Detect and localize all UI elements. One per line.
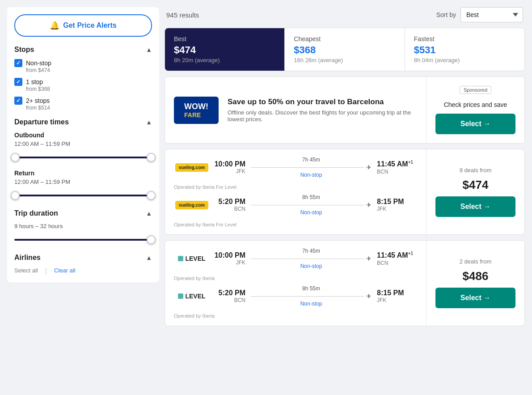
- departure-title: Departure times: [14, 118, 69, 126]
- sponsored-cta-label: Check prices and save: [444, 101, 507, 108]
- sponsored-info: Save up to 50% on your travel to Barcelo…: [228, 98, 417, 123]
- flight-route-4: 8h 55m ✈ Non-stop: [245, 285, 377, 307]
- airlines-section-header: Airlines ▲: [14, 254, 152, 262]
- twostop-price: from $514: [26, 105, 152, 111]
- dep-time-1: 10:00 PM JFK: [210, 160, 245, 174]
- flight-price-col-1: 9 deals from $474 Select →: [426, 149, 524, 234]
- sort-by-label: Sort by: [436, 11, 456, 18]
- tab-fastest-duration: 8h 04m (average): [414, 57, 515, 64]
- sponsored-select-button[interactable]: Select →: [435, 114, 515, 134]
- results-header: 945 results Sort by Best Cheapest Fastes…: [165, 7, 525, 22]
- onestop-price: from $368: [26, 86, 152, 92]
- return-range: 12:00 AM – 11:59 PM: [14, 178, 152, 185]
- operated-by-1: Operated by Iberia For Level: [174, 184, 417, 190]
- stops-title: Stops: [14, 46, 34, 54]
- trip-duration-chevron-icon[interactable]: ▲: [146, 210, 152, 217]
- trip-duration-title: Trip duration: [14, 209, 58, 217]
- sort-select[interactable]: Best Cheapest Fastest: [460, 7, 523, 22]
- onestop-checkbox[interactable]: ✓: [14, 78, 22, 86]
- stops-chevron-icon[interactable]: ▲: [146, 46, 152, 53]
- results-count: 945 results: [166, 11, 199, 19]
- airlines-chevron-icon[interactable]: ▲: [146, 254, 152, 261]
- arr-time-1: 11:45 AM+1 BCN: [377, 160, 417, 174]
- dep-time-2: 5:20 PM BCN: [210, 198, 245, 212]
- flight-leg: vueling.com 10:00 PM JFK 7h 45m ✈: [174, 157, 417, 178]
- operated-by-3: Operated by Iberia: [174, 276, 417, 281]
- outbound-range: 12:00 AM – 11:59 PM: [14, 140, 152, 147]
- sponsored-select-label: Select →: [460, 120, 491, 128]
- trip-duration-range: 9 hours – 32 hours: [14, 223, 152, 229]
- level-logo-2: LEVEL: [174, 293, 210, 300]
- level-logo-1: LEVEL: [174, 255, 210, 262]
- flight-leg: LEVEL 10:00 PM JFK 7h 45m ✈: [174, 248, 417, 269]
- arr-time-4: 8:15 PM JFK: [377, 289, 417, 303]
- sponsored-card: WOW! FARE Save up to 50% on your travel …: [165, 76, 525, 144]
- stop-items-list: ✓ Non-stop from $474 ✓ 1 stop from $368 …: [14, 59, 152, 111]
- wow-logo: WOW! FARE: [174, 97, 219, 124]
- price-2: $486: [463, 269, 489, 283]
- tab-fastest-price: $531: [414, 44, 515, 56]
- flight-tabs: Best $474 8h 20m (average) Cheapest $368…: [165, 28, 525, 71]
- list-item: ✓ 2+ stops from $514: [14, 97, 152, 111]
- operated-by-4: Operated by Iberia: [174, 313, 417, 319]
- tab-cheapest[interactable]: Cheapest $368 16h 28m (average): [285, 28, 404, 71]
- twostop-checkbox[interactable]: ✓: [14, 97, 22, 105]
- tab-best-price: $474: [174, 44, 275, 56]
- sort-container: Sort by Best Cheapest Fastest: [436, 7, 523, 22]
- return-label: Return: [14, 170, 152, 177]
- flight-route-2: 8h 55m ✈ Non-stop: [245, 194, 377, 216]
- departure-section-header: Departure times ▲: [14, 118, 152, 126]
- tab-cheapest-price: $368: [294, 44, 395, 56]
- onestop-label: 1 stop: [26, 78, 43, 85]
- flight-leg: vueling.com 5:20 PM BCN 8h 55m ✈: [174, 194, 417, 216]
- flight-route-3: 7h 45m ✈ Non-stop: [245, 248, 377, 269]
- sponsored-title: Save up to 50% on your travel to Barcelo…: [228, 98, 417, 106]
- tab-fastest[interactable]: Fastest $531 8h 04m (average): [405, 28, 524, 71]
- dep-time-4: 5:20 PM BCN: [210, 289, 245, 303]
- twostop-label: 2+ stops: [26, 97, 50, 104]
- list-item: ✓ Non-stop from $474: [14, 59, 152, 73]
- select-button-1[interactable]: Select →: [435, 196, 515, 217]
- tab-cheapest-duration: 16h 28m (average): [294, 57, 395, 64]
- vueling-logo-2: vueling.com: [174, 201, 210, 209]
- sponsored-badge: Sponsored: [460, 86, 491, 94]
- wow-fare: FARE: [184, 111, 208, 119]
- deals-text-2: 2 deals from: [460, 258, 492, 265]
- select-all-link[interactable]: Select all: [14, 267, 38, 275]
- tab-best[interactable]: Best $474 8h 20m (average): [165, 28, 284, 71]
- price-alert-button[interactable]: 🔔 Get Price Alerts: [14, 14, 152, 37]
- dep-time-3: 10:00 PM JFK: [210, 251, 245, 266]
- outbound-slider[interactable]: [14, 151, 152, 164]
- stops-section-header: Stops ▲: [14, 46, 152, 54]
- flight-price-col-2: 2 deals from $486 Select →: [426, 241, 524, 326]
- flight-leg: LEVEL 5:20 PM BCN 8h 55m ✈: [174, 285, 417, 307]
- select-button-2[interactable]: Select →: [435, 288, 515, 308]
- nonstop-checkbox[interactable]: ✓: [14, 59, 22, 67]
- arr-time-2: 8:15 PM JFK: [377, 198, 417, 212]
- operated-by-2: Operated by Iberia For Level: [174, 222, 417, 227]
- tab-cheapest-label: Cheapest: [294, 35, 395, 42]
- flight-card-2: LEVEL 10:00 PM JFK 7h 45m ✈: [165, 240, 525, 326]
- wow-text: WOW!: [184, 102, 208, 111]
- arr-time-3: 11:45 AM+1 BCN: [377, 251, 417, 266]
- clear-all-link[interactable]: Clear all: [54, 267, 76, 275]
- flight-card-1: vueling.com 10:00 PM JFK 7h 45m ✈: [165, 149, 525, 235]
- price-1: $474: [463, 178, 489, 192]
- bell-icon: 🔔: [50, 21, 59, 30]
- airlines-actions: Select all | Clear all: [14, 267, 152, 275]
- nonstop-price: from $474: [26, 67, 152, 73]
- return-slider[interactable]: [14, 189, 152, 202]
- sponsored-right: Sponsored Check prices and save Select →: [426, 77, 524, 143]
- trip-duration-slider[interactable]: [14, 233, 152, 246]
- tab-fastest-label: Fastest: [414, 35, 515, 42]
- vueling-logo-1: vueling.com: [174, 163, 210, 172]
- sponsored-desc: Offline only deals. Discover the best fl…: [228, 109, 417, 123]
- price-alert-label: Get Price Alerts: [63, 21, 116, 30]
- departure-chevron-icon[interactable]: ▲: [146, 119, 152, 126]
- nonstop-label: Non-stop: [26, 59, 51, 67]
- tab-best-label: Best: [174, 35, 275, 42]
- outbound-label: Outbound: [14, 132, 152, 139]
- sponsored-main: WOW! FARE Save up to 50% on your travel …: [165, 77, 426, 143]
- list-item: ✓ 1 stop from $368: [14, 78, 152, 92]
- airlines-title: Airlines: [14, 254, 41, 262]
